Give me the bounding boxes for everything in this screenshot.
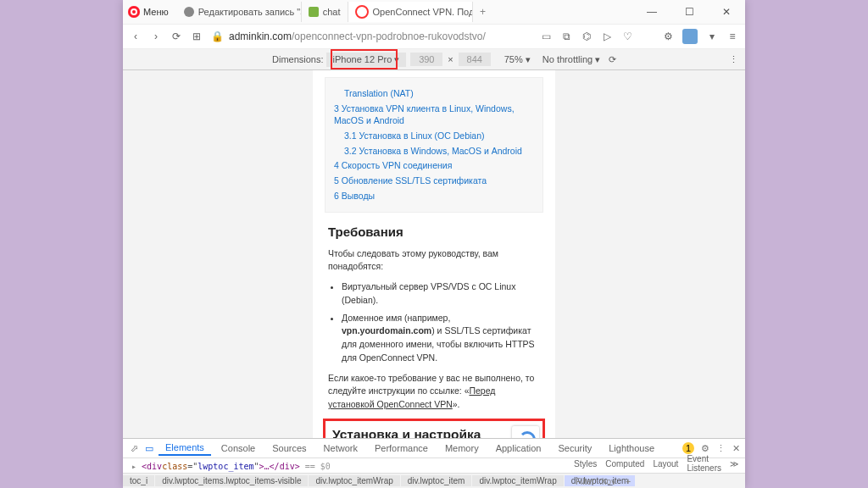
paragraph: Если какое-то требование у вас не выполн… (328, 372, 540, 412)
forward-button[interactable]: › (150, 30, 162, 42)
add-rule-button[interactable]: + (626, 477, 631, 486)
heart-icon[interactable]: ♡ (621, 30, 633, 42)
zoom-select[interactable]: 75% ▾ (504, 54, 531, 65)
toc-link[interactable]: 6 Выводы (334, 190, 534, 202)
devtools-tab-network[interactable]: Network (317, 441, 364, 455)
toc-link[interactable]: 3.1 Установка в Linux (ОС Debian) (334, 130, 534, 142)
device-toolbar: Dimensions: iPhone 12 Pro ▾ 390 × 844 75… (123, 49, 745, 70)
toc-link[interactable]: 3 Установка VPN клиента в Linux, Windows… (334, 103, 534, 127)
profile-avatar[interactable] (682, 29, 698, 44)
settings-icon[interactable]: ⚙ (662, 30, 674, 42)
minimize-button[interactable]: — (633, 6, 670, 18)
devtools-tab-elements[interactable]: Elements (159, 441, 211, 456)
back-button[interactable]: ‹ (130, 30, 142, 42)
throttling-select[interactable]: No throttling ▾ (542, 54, 600, 65)
sidebar-icon[interactable]: ▾ (706, 30, 718, 42)
list-item: Доменное имя (например, vpn.yourdomain.c… (342, 312, 540, 365)
media-icon[interactable]: ▷ (601, 30, 613, 42)
more-icon[interactable]: ⋮ (716, 443, 726, 454)
styles-filter: Filter :hov + (576, 474, 737, 488)
mobile-frame: Translation (NAT) 3 Установка VPN клиент… (313, 70, 555, 438)
toc-link[interactable]: 4 Скорость VPN соединения (334, 159, 534, 172)
article-body: Требования Чтобы следовать этому руковод… (313, 225, 555, 412)
tab-edit-post[interactable]: Редактировать запись "За× (177, 2, 302, 22)
computed-tab[interactable]: Computed (605, 459, 644, 469)
rotate-icon[interactable]: ⟳ (609, 54, 616, 65)
inspect-icon[interactable]: ⬀ (128, 443, 140, 454)
listeners-tab[interactable]: Event Listeners (687, 454, 721, 473)
opera-logo-icon (128, 6, 140, 18)
devtools-tab-security[interactable]: Security (551, 441, 598, 455)
tab-openconnect[interactable]: OpenConnect VPN. Подроб× (348, 2, 473, 22)
reader-icon[interactable]: ▭ (540, 30, 552, 42)
new-tab-button[interactable]: + (473, 6, 493, 18)
crumb[interactable]: toc_i (123, 475, 154, 486)
snapshot-icon[interactable]: ⧉ (560, 30, 572, 42)
url-toolbar: ‹ › ⟳ ⊞ 🔒 adminkin.com/openconnect-vpn-p… (123, 25, 745, 49)
close-icon[interactable]: ✕ (732, 443, 740, 454)
devtools-tab-sources[interactable]: Sources (265, 441, 313, 455)
toc-link[interactable]: 5 Обновление SSL/TLS сертификата (334, 175, 534, 187)
crumb[interactable]: div.lwptoc_items.lwptoc_items-visible (155, 475, 308, 486)
menu-button[interactable]: Меню (143, 7, 169, 17)
reload-button[interactable]: ⟳ (170, 30, 182, 42)
opera-icon (355, 5, 369, 19)
height-input[interactable]: 844 (459, 53, 491, 66)
chat-icon (309, 7, 319, 17)
tab-chat[interactable]: chat (302, 2, 348, 22)
window-titlebar: Меню Редактировать запись "За× chat Open… (123, 0, 745, 25)
requirements-list: Виртуальный сервер VPS/VDS с ОС Linux (D… (328, 280, 540, 365)
close-button[interactable]: ✕ (708, 6, 745, 18)
devtools-tab-performance[interactable]: Performance (368, 441, 435, 455)
width-input[interactable]: 390 (410, 53, 442, 66)
apps-button[interactable]: ⊞ (191, 30, 203, 42)
crumb[interactable]: div.lwptoc_item (401, 475, 472, 486)
hov-toggle[interactable]: :hov (599, 477, 615, 486)
easysetup-icon[interactable]: ≡ (726, 30, 738, 42)
paragraph: Чтобы следовать этому руководству, вам п… (328, 247, 540, 274)
maximize-button[interactable]: ☐ (670, 6, 708, 18)
more-tabs[interactable]: ≫ (730, 459, 738, 469)
highlight-box: Установка и настройка OpenConnect VPN се… (323, 419, 545, 438)
devtools-tab-lighthouse[interactable]: Lighthouse (602, 441, 661, 455)
list-item: Виртуальный сервер VPS/VDS с ОС Linux (D… (342, 280, 540, 308)
user-icon (184, 7, 194, 17)
toc-link[interactable]: Translation (NAT) (334, 87, 534, 100)
devtools-tab-console[interactable]: Console (214, 441, 262, 455)
recaptcha-badge[interactable] (512, 426, 539, 438)
crumb[interactable]: div.lwptoc_itemWrap (472, 475, 563, 486)
styles-tabs: Styles Computed Layout Event Listeners ≫ (574, 456, 735, 471)
devtools-tab-memory[interactable]: Memory (438, 441, 486, 455)
extensions-icon[interactable]: ⌬ (581, 30, 593, 42)
gear-icon[interactable]: ⚙ (701, 443, 709, 454)
heading-install: Установка и настройка OpenConnect VPN се… (332, 426, 536, 438)
filter-input[interactable]: Filter (576, 477, 594, 486)
devtools-tab-application[interactable]: Application (489, 441, 548, 455)
crumb[interactable]: div.lwptoc_itemWrap (309, 475, 399, 486)
layout-tab[interactable]: Layout (653, 459, 678, 469)
page-viewport: Translation (NAT) 3 Установка VPN клиент… (123, 70, 745, 438)
more-icon[interactable]: ⋮ (729, 54, 738, 65)
devtools-panel: ⬀ ▭ Elements Console Sources Network Per… (123, 438, 745, 473)
device-icon[interactable]: ▭ (143, 443, 155, 454)
styles-tab[interactable]: Styles (574, 459, 597, 469)
toc-link[interactable]: 3.2 Установка в Windows, MacOS и Android (334, 145, 534, 158)
lock-icon: 🔒 (211, 30, 224, 42)
table-of-contents: Translation (NAT) 3 Установка VPN клиент… (325, 77, 543, 213)
heading-requirements: Требования (328, 225, 540, 239)
warning-badge[interactable]: 1 (682, 442, 694, 454)
address-bar[interactable]: 🔒 adminkin.com/openconnect-vpn-podrobnoe… (211, 30, 531, 42)
highlight-box (331, 49, 398, 69)
dimensions-label: Dimensions: (272, 54, 324, 64)
